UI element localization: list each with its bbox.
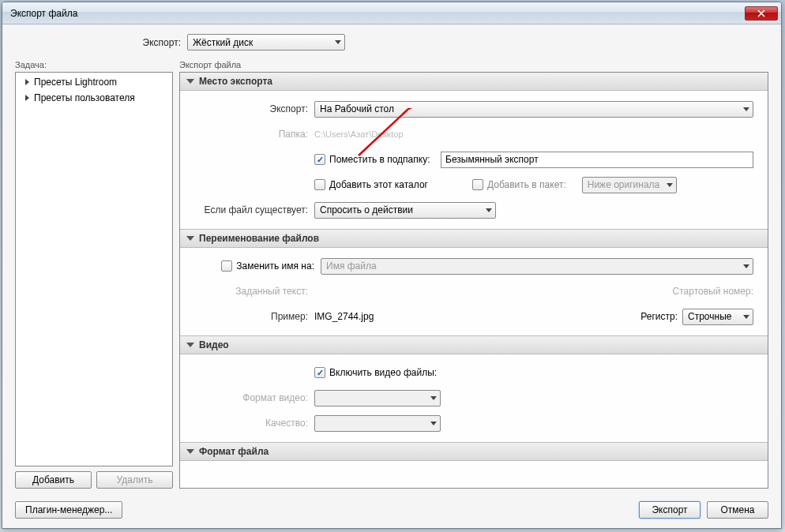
presets-list[interactable]: Пресеты Lightroom Пресеты пользователя — [15, 72, 173, 466]
export-label: Экспорт: — [132, 37, 181, 48]
preset-item[interactable]: Пресеты пользователя — [16, 90, 172, 106]
section-title: Видео — [199, 339, 229, 350]
addpacket-checkbox[interactable] — [472, 179, 483, 190]
start-number-label: Стартовый номер: — [673, 286, 753, 297]
presets-column: Задача: Пресеты Lightroom Пресеты пользо… — [15, 60, 173, 489]
triangle-down-icon — [186, 236, 194, 241]
chevron-down-icon — [430, 421, 437, 425]
video-quality-select — [314, 415, 441, 432]
section-header-rename[interactable]: Переименование файлов — [180, 229, 768, 248]
presets-label: Задача: — [15, 60, 173, 69]
video-quality-label: Качество: — [190, 418, 308, 429]
video-format-select — [314, 390, 441, 406]
section-title: Переименование файлов — [199, 233, 319, 244]
close-button[interactable] — [745, 6, 778, 21]
chevron-down-icon — [486, 208, 492, 212]
packet-select: Ниже оригинала — [582, 177, 677, 193]
addpacket-check-row[interactable]: Добавить в пакет: — [472, 179, 566, 190]
triangle-down-icon — [186, 449, 194, 454]
location-body: Экспорт: На Рабочий стол Папка: C:\Users… — [180, 91, 768, 230]
main-columns: Задача: Пресеты Lightroom Пресеты пользо… — [15, 60, 768, 489]
video-format-label: Формат видео: — [190, 392, 308, 403]
example-value: IMG_2744.jpg — [314, 311, 374, 322]
subfolder-checkbox[interactable] — [314, 154, 325, 165]
chevron-down-icon — [743, 264, 749, 268]
case-select[interactable]: Строчные — [682, 309, 753, 325]
rename-body: Заменить имя на: Имя файла Заданный текс… — [180, 248, 768, 336]
preset-label: Пресеты пользователя — [34, 92, 135, 103]
case-label: Регистр: — [640, 311, 678, 322]
case-value: Строчные — [688, 311, 731, 322]
export-to-select[interactable]: На Рабочий стол — [314, 101, 753, 118]
preset-item[interactable]: Пресеты Lightroom — [16, 74, 172, 90]
close-icon — [757, 9, 765, 17]
triangle-down-icon — [186, 79, 194, 84]
include-video-label: Включить видео файлы: — [329, 367, 437, 378]
export-to-value: На Рабочий стол — [320, 103, 394, 114]
window-title: Экспорт файла — [10, 8, 77, 19]
example-label: Пример: — [190, 311, 308, 322]
section-title: Формат файла — [199, 446, 269, 457]
subfolder-label: Поместить в подпапку: — [329, 154, 430, 165]
section-header-video[interactable]: Видео — [180, 335, 768, 354]
chevron-down-icon — [667, 183, 673, 187]
triangle-down-icon — [186, 343, 194, 347]
packet-value: Ниже оригинала — [588, 179, 660, 190]
custom-text-label: Заданный текст: — [190, 286, 308, 297]
addcatalog-label: Добавить этот каталог — [329, 179, 428, 190]
section-title: Место экспорта — [199, 76, 272, 87]
addcatalog-checkbox[interactable] — [314, 179, 325, 190]
preset-label: Пресеты Lightroom — [34, 77, 117, 88]
rename-check-row[interactable]: Заменить имя на: — [190, 260, 314, 272]
section-header-location[interactable]: Место экспорта — [180, 72, 768, 91]
triangle-right-icon — [25, 95, 29, 101]
chevron-down-icon — [743, 107, 749, 111]
folder-label: Папка: — [190, 129, 308, 140]
cancel-button[interactable]: Отмена — [707, 501, 768, 519]
chevron-down-icon — [335, 40, 341, 44]
include-video-checkbox[interactable] — [314, 367, 325, 378]
titlebar[interactable]: Экспорт файла — [2, 2, 781, 24]
exists-value: Спросить о действии — [320, 204, 413, 215]
export-to-label: Экспорт: — [190, 103, 308, 114]
folder-path: C:\Users\Азат\Desktop — [314, 129, 404, 139]
rename-value: Имя файла — [326, 260, 377, 272]
rename-template-select: Имя файла — [321, 258, 753, 275]
addcatalog-check-row[interactable]: Добавить этот каталог — [314, 179, 441, 190]
add-preset-button[interactable]: Добавить — [15, 471, 92, 489]
export-dialog: Экспорт файла Экспорт: Жёсткий диск Зада… — [2, 2, 782, 529]
addpacket-label: Добавить в пакет: — [487, 179, 566, 190]
section-header-format[interactable]: Формат файла — [180, 442, 768, 461]
subfolder-input[interactable] — [441, 152, 753, 168]
export-target-row: Экспорт: Жёсткий диск — [15, 34, 768, 51]
video-body: Включить видео файлы: Формат видео: Каче… — [180, 354, 768, 443]
export-target-select[interactable]: Жёсткий диск — [187, 34, 345, 51]
subfolder-check-row[interactable]: Поместить в подпапку: — [314, 154, 441, 165]
chevron-down-icon — [430, 396, 437, 400]
exists-select[interactable]: Спросить о действии — [314, 202, 496, 219]
export-target-value: Жёсткий диск — [193, 37, 253, 48]
settings-column: Экспорт файла Место экспорта Экспорт: На… — [179, 60, 768, 489]
plugin-manager-button[interactable]: Плагин-менеджер... — [15, 501, 122, 519]
rename-label: Заменить имя на: — [236, 260, 314, 272]
dialog-footer: Плагин-менеджер... Экспорт Отмена — [15, 501, 768, 519]
settings-label: Экспорт файла — [179, 60, 768, 69]
preset-buttons: Добавить Удалить — [15, 471, 173, 489]
export-button[interactable]: Экспорт — [639, 501, 700, 519]
rename-checkbox[interactable] — [221, 260, 232, 272]
dialog-content: Экспорт: Жёсткий диск Задача: Пресеты Li… — [2, 24, 781, 528]
triangle-right-icon — [25, 79, 29, 85]
include-video-check-row[interactable]: Включить видео файлы: — [314, 367, 437, 378]
remove-preset-button[interactable]: Удалить — [96, 471, 173, 489]
chevron-down-icon — [743, 315, 749, 319]
exists-label: Если файл существует: — [190, 204, 308, 215]
settings-scroll[interactable]: Место экспорта Экспорт: На Рабочий стол … — [179, 72, 768, 489]
